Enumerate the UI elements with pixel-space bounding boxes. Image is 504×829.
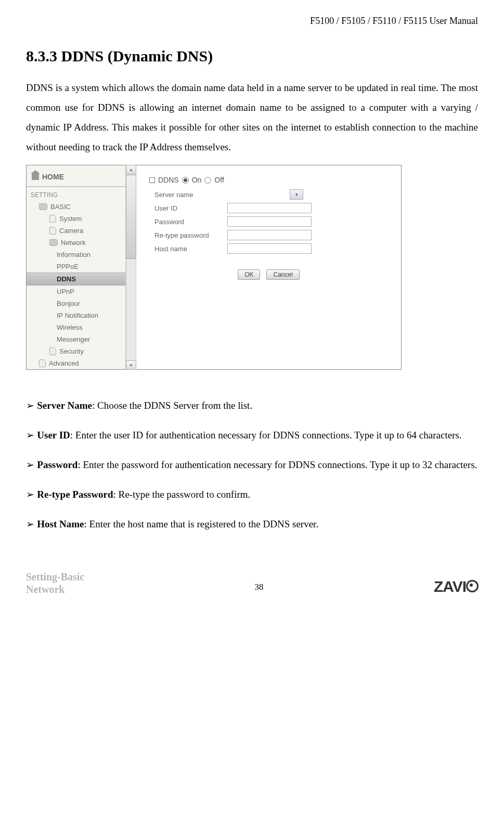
nav-bonjour[interactable]: Bonjour bbox=[27, 297, 125, 309]
footer-section-path: Setting-Basic Network bbox=[26, 571, 84, 595]
nav-network-label: Network bbox=[61, 239, 86, 247]
form-title: DDNS bbox=[158, 176, 179, 184]
ddns-form: DDNS On Off Server name ▾ User ID Passwo… bbox=[136, 165, 401, 369]
radio-on[interactable] bbox=[182, 177, 189, 184]
page-number: 38 bbox=[255, 582, 264, 592]
bullet-server-name: ➢ Server Name: Choose the DDNS Server fr… bbox=[26, 396, 478, 416]
host-name-input[interactable] bbox=[227, 243, 312, 254]
section-heading: 8.3.3 DDNS (Dynamic DNS) bbox=[26, 47, 478, 65]
settings-sidebar: HOME SETTING BASIC System Camera Network… bbox=[27, 165, 126, 369]
brand-logo: ZAVI bbox=[434, 578, 478, 595]
divider bbox=[27, 186, 125, 187]
scroll-handle[interactable] bbox=[126, 175, 136, 259]
nav-ipnotification[interactable]: IP Notification bbox=[27, 309, 125, 321]
folder-icon bbox=[49, 239, 58, 246]
nav-system[interactable]: System bbox=[27, 213, 125, 225]
row-user-id: User ID bbox=[154, 203, 396, 213]
setting-label: SETTING bbox=[27, 189, 125, 201]
nav-basic[interactable]: BASIC bbox=[27, 201, 125, 213]
nav-camera[interactable]: Camera bbox=[27, 225, 125, 237]
radio-off[interactable] bbox=[204, 177, 211, 184]
row-server-name: Server name ▾ bbox=[154, 189, 396, 200]
form-header: DDNS On Off bbox=[141, 176, 396, 184]
row-password: Password bbox=[154, 216, 396, 227]
home-icon bbox=[32, 174, 39, 180]
nav-ddns[interactable]: DDNS bbox=[27, 273, 126, 286]
ui-screenshot: HOME SETTING BASIC System Camera Network… bbox=[26, 165, 402, 370]
nav-home-label: HOME bbox=[42, 173, 64, 181]
scrollbar[interactable]: ▲ ▼ bbox=[126, 165, 136, 369]
nav-security[interactable]: Security bbox=[27, 345, 125, 357]
page-icon bbox=[49, 227, 56, 235]
bullet-user-id: ➢ User ID: Enter the user ID for authent… bbox=[26, 425, 478, 445]
nav-network[interactable]: Network bbox=[27, 237, 125, 249]
bullet-host-name: ➢ Host Name: Enter the host name that is… bbox=[26, 514, 478, 534]
nav-upnp[interactable]: UPnP bbox=[27, 286, 125, 297]
square-bullet-icon bbox=[149, 177, 155, 183]
nav-security-label: Security bbox=[59, 347, 84, 355]
scroll-down-icon[interactable]: ▼ bbox=[126, 360, 136, 370]
ok-button[interactable]: OK bbox=[238, 269, 260, 280]
bullet-password: ➢ Password: Enter the password for authe… bbox=[26, 455, 478, 475]
nav-basic-label: BASIC bbox=[50, 203, 71, 211]
row-host-name: Host name bbox=[154, 243, 396, 254]
nav-advanced[interactable]: Advanced bbox=[27, 357, 125, 369]
nav-pppoe[interactable]: PPPoE bbox=[27, 261, 125, 273]
folder-icon bbox=[39, 203, 47, 210]
page-footer: Setting-Basic Network 38 ZAVI bbox=[26, 571, 478, 595]
cancel-button[interactable]: Cancel bbox=[266, 269, 299, 280]
nav-information[interactable]: Information bbox=[27, 249, 125, 261]
nav-advanced-label: Advanced bbox=[49, 359, 79, 367]
nav-camera-label: Camera bbox=[59, 227, 83, 235]
radio-on-label: On bbox=[192, 176, 202, 184]
retype-password-input[interactable] bbox=[227, 230, 312, 240]
radio-off-label: Off bbox=[214, 176, 224, 184]
server-name-dropdown[interactable]: ▾ bbox=[290, 189, 303, 200]
intro-paragraph: DDNS is a system which allows the domain… bbox=[26, 78, 478, 157]
password-input[interactable] bbox=[227, 216, 312, 227]
user-id-input[interactable] bbox=[227, 203, 312, 213]
page-icon bbox=[39, 359, 46, 367]
nav-messenger[interactable]: Messenger bbox=[27, 333, 125, 345]
nav-wireless[interactable]: Wireless bbox=[27, 321, 125, 333]
scroll-up-icon[interactable]: ▲ bbox=[126, 165, 136, 174]
bullet-retype-password: ➢ Re-type Password: Re-type the password… bbox=[26, 485, 478, 504]
row-retype-password: Re-type password bbox=[154, 230, 396, 240]
nav-system-label: System bbox=[59, 215, 82, 223]
logo-eye-icon bbox=[466, 580, 479, 592]
doc-header: F5100 / F5105 / F5110 / F5115 User Manua… bbox=[26, 16, 478, 27]
page-icon bbox=[49, 215, 56, 223]
nav-home[interactable]: HOME bbox=[27, 170, 125, 184]
page-icon bbox=[49, 347, 56, 355]
